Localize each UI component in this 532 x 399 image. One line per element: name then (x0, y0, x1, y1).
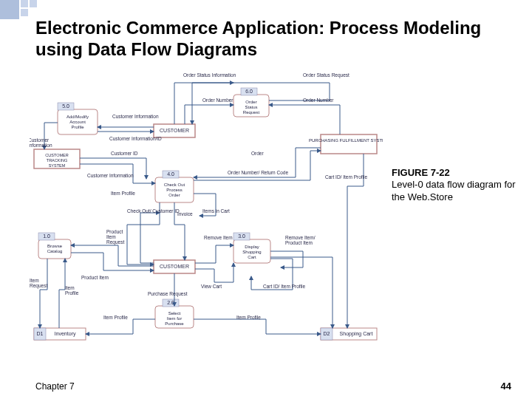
svg-text:Profile: Profile (71, 125, 84, 129)
dfd-diagram: .proc { fill:#fff; stroke:#b88; stroke-w… (30, 68, 383, 341)
svg-text:5.0: 5.0 (62, 103, 69, 109)
svg-text:Customer Information/ID: Customer Information/ID (109, 136, 162, 141)
svg-text:2.0: 2.0 (167, 300, 174, 305)
footer-chapter: Chapter 7 (35, 381, 75, 392)
svg-text:PURCHASING FULFILLMENT SYSTEM: PURCHASING FULFILLMENT SYSTEM (309, 138, 383, 143)
svg-text:Product: Product (106, 229, 123, 234)
svg-text:Request: Request (243, 110, 260, 115)
svg-text:Cart ID/ Item Profile: Cart ID/ Item Profile (263, 284, 305, 289)
svg-text:Order Number: Order Number (202, 98, 233, 103)
svg-text:TRACKING: TRACKING (47, 158, 67, 163)
svg-text:Remove Item/: Remove Item/ (285, 235, 316, 240)
svg-text:Information: Information (30, 143, 52, 148)
svg-text:Item Profile: Item Profile (103, 315, 128, 320)
svg-text:SYSTEM: SYSTEM (49, 163, 66, 168)
svg-text:Customer Information: Customer Information (112, 114, 159, 119)
svg-text:Account: Account (69, 120, 86, 124)
svg-text:Purchase Request: Purchase Request (148, 291, 188, 297)
slide-title: Electronic Commerce Application: Process… (35, 18, 494, 61)
svg-text:Check Out: Check Out (164, 183, 185, 187)
svg-text:Add/Modify: Add/Modify (66, 115, 89, 119)
svg-text:D2: D2 (324, 331, 330, 336)
svg-text:1.0: 1.0 (43, 233, 50, 239)
svg-text:Order Status Request: Order Status Request (303, 72, 349, 78)
svg-text:Order Number/ Return Code: Order Number/ Return Code (228, 170, 288, 175)
svg-text:Request: Request (30, 283, 47, 289)
svg-text:Item: Item (30, 278, 39, 283)
svg-text:Item: Item (106, 234, 116, 239)
svg-text:D1: D1 (37, 331, 44, 336)
entity-pfs (321, 134, 377, 154)
svg-text:Items in Cart: Items in Cart (202, 208, 230, 214)
svg-text:Customer ID: Customer ID (111, 151, 138, 156)
svg-text:Shopping Cart: Shopping Cart (340, 331, 373, 337)
svg-text:Order: Order (245, 100, 256, 104)
svg-text:Item for: Item for (167, 316, 182, 321)
svg-text:Status: Status (245, 105, 257, 109)
svg-text:CUSTOMER: CUSTOMER (160, 128, 189, 133)
svg-text:Request: Request (106, 239, 124, 245)
svg-text:View Cart: View Cart (201, 284, 222, 289)
svg-text:Cart: Cart (248, 255, 256, 259)
svg-text:Order: Order (168, 193, 180, 197)
svg-text:Display: Display (245, 245, 259, 249)
svg-text:Order Number: Order Number (303, 98, 334, 103)
svg-text:Profile: Profile (65, 290, 79, 296)
svg-text:Product Item: Product Item (285, 240, 313, 245)
svg-text:Item Profile: Item Profile (111, 191, 135, 196)
svg-text:Cart ID/ Item Profile: Cart ID/ Item Profile (325, 174, 367, 180)
svg-text:Remove Item: Remove Item (204, 235, 233, 240)
svg-text:6.0: 6.0 (245, 89, 253, 94)
svg-text:Shopping: Shopping (242, 250, 261, 254)
svg-text:Check Out/ Customer ID: Check Out/ Customer ID (127, 208, 180, 214)
svg-text:Select: Select (168, 311, 181, 316)
svg-text:3.0: 3.0 (238, 233, 245, 239)
footer-page-number: 44 (501, 381, 511, 392)
figure-caption: FIGURE 7-22 Level-0 data flow diagram fo… (392, 167, 517, 203)
svg-text:Customer Information: Customer Information (87, 173, 134, 178)
svg-text:Order Status Information: Order Status Information (183, 72, 236, 78)
svg-text:Item: Item (65, 285, 75, 290)
svg-text:Product Item: Product Item (81, 275, 109, 280)
svg-text:CUSTOMER: CUSTOMER (160, 264, 189, 269)
svg-text:CUSTOMER: CUSTOMER (45, 153, 68, 157)
svg-text:Order: Order (251, 151, 264, 156)
figure-number: FIGURE 7-22 (392, 167, 517, 179)
svg-text:Customer: Customer (30, 137, 50, 143)
svg-text:Item Profile: Item Profile (236, 315, 261, 320)
figure-description: Level-0 data flow diagram for the Web.St… (392, 179, 517, 203)
svg-text:Browse: Browse (47, 244, 63, 248)
svg-text:Invoice: Invoice (177, 211, 193, 216)
svg-text:Process: Process (166, 188, 183, 192)
svg-text:Purchase: Purchase (165, 321, 184, 326)
svg-text:4.0: 4.0 (167, 171, 174, 177)
svg-text:Inventory: Inventory (55, 331, 76, 337)
svg-text:Catalog: Catalog (47, 249, 63, 253)
